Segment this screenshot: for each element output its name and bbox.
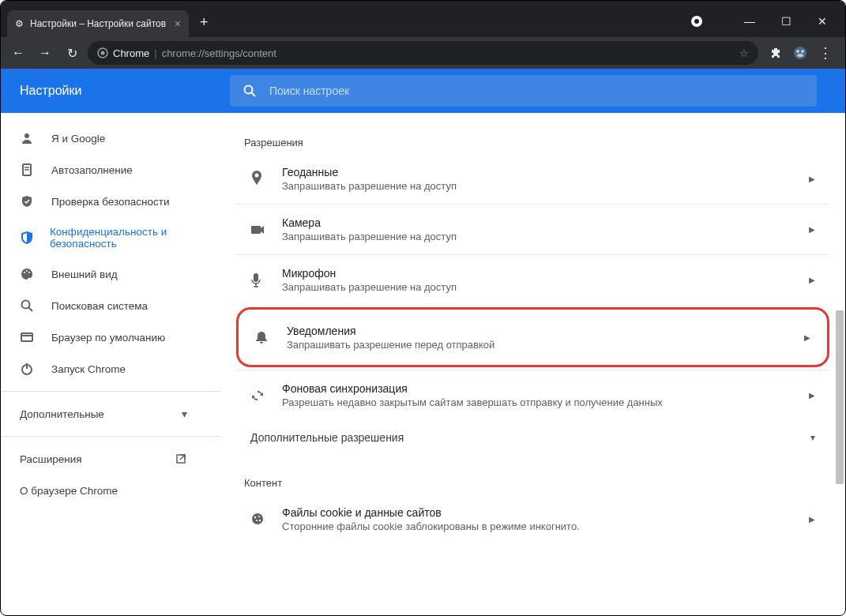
svg-line-9 — [252, 93, 256, 97]
reload-button[interactable]: ↻ — [61, 42, 83, 64]
sidebar-about[interactable]: О браузере Chrome — [1, 475, 206, 506]
sidebar-item-autofill[interactable]: Автозаполнение — [1, 154, 206, 186]
row-microphone[interactable]: Микрофон Запрашивать разрешение на досту… — [236, 254, 829, 305]
search-engine-icon — [20, 299, 36, 313]
content-title: Контент — [244, 477, 829, 489]
chevron-right-icon: ▶ — [809, 515, 815, 524]
sidebar-divider — [1, 391, 220, 392]
svg-rect-26 — [254, 273, 258, 282]
toolbar-right: ⋮ — [763, 44, 839, 62]
row-background-sync[interactable]: Фоновая синхронизация Разрешать недавно … — [236, 370, 829, 420]
sidebar-item-label: Внешний вид — [51, 269, 118, 280]
sidebar-item-startup[interactable]: Запуск Chrome — [1, 353, 206, 385]
row-subtitle: Разрешать недавно закрытым сайтам заверш… — [282, 396, 793, 408]
scrollbar-thumb[interactable] — [836, 310, 844, 484]
sidebar-advanced[interactable]: Дополнительные ▾ — [1, 398, 206, 430]
sidebar-item-label: Конфиденциальность и безопасность — [50, 226, 187, 250]
external-link-icon — [175, 453, 187, 465]
autofill-icon — [20, 163, 36, 177]
settings-title: Настройки — [1, 84, 230, 98]
sidebar-extensions-label: Расширения — [20, 453, 82, 465]
row-cookies[interactable]: Файлы cookie и данные сайтов Сторонние ф… — [236, 494, 829, 544]
profile-icon[interactable] — [690, 15, 705, 28]
address-bar[interactable]: Chrome | chrome://settings/content ☆ — [88, 41, 758, 65]
settings-sidebar: Я и Google Автозаполнение Проверка безоп… — [1, 113, 220, 616]
extension-badge-icon[interactable] — [793, 46, 807, 60]
bookmark-star-icon[interactable]: ☆ — [739, 47, 749, 59]
more-permissions[interactable]: Дополнительные разрешения ▾ — [236, 420, 829, 455]
chevron-down-icon: ▾ — [810, 432, 815, 443]
svg-point-10 — [24, 133, 29, 138]
svg-point-8 — [245, 86, 253, 94]
sidebar-item-label: Автозаполнение — [51, 164, 133, 176]
row-location[interactable]: Геоданные Запрашивать разрешение на дост… — [236, 153, 829, 204]
close-button[interactable]: ✕ — [815, 15, 829, 28]
svg-point-3 — [101, 51, 105, 55]
url-divider: | — [154, 47, 156, 59]
chevron-right-icon: ▶ — [809, 391, 815, 400]
svg-point-29 — [258, 516, 260, 517]
sidebar-item-search-engine[interactable]: Поисковая система — [1, 290, 206, 321]
sidebar-item-you-and-google[interactable]: Я и Google — [1, 122, 206, 154]
sidebar-item-safety[interactable]: Проверка безопасности — [1, 186, 206, 217]
row-camera[interactable]: Камера Запрашивать разрешение на доступ … — [236, 204, 829, 254]
sidebar-divider — [1, 436, 220, 437]
microphone-icon — [250, 272, 266, 288]
svg-line-18 — [29, 308, 33, 312]
row-subtitle: Запрашивать разрешение перед отправкой — [287, 339, 788, 351]
row-title: Геоданные — [282, 166, 793, 178]
sidebar-item-label: Поисковая система — [51, 300, 148, 312]
back-button[interactable]: ← — [7, 42, 29, 64]
cookie-icon — [250, 512, 266, 526]
svg-point-7 — [797, 54, 803, 57]
svg-point-27 — [252, 513, 263, 524]
search-input[interactable] — [269, 85, 804, 97]
svg-point-6 — [801, 50, 804, 53]
power-icon — [20, 362, 36, 376]
window-titlebar: ⚙ Настройки – Настройки сайтов × + — ☐ ✕ — [1, 1, 845, 37]
svg-point-17 — [22, 301, 30, 309]
person-icon — [20, 131, 36, 145]
url-path: chrome://settings/content — [162, 47, 276, 59]
tab-close-icon[interactable]: × — [175, 17, 181, 30]
row-subtitle: Запрашивать разрешение на доступ — [282, 180, 793, 192]
chevron-right-icon: ▶ — [809, 175, 815, 183]
row-title: Микрофон — [282, 267, 793, 280]
row-title: Уведомления — [287, 325, 788, 337]
minimize-button[interactable]: — — [743, 15, 757, 28]
chevron-right-icon: ▶ — [804, 333, 810, 342]
maximize-button[interactable]: ☐ — [779, 15, 793, 28]
chrome-icon — [97, 47, 108, 58]
svg-point-14 — [24, 272, 25, 273]
location-icon — [250, 171, 266, 186]
privacy-shield-icon — [20, 231, 34, 245]
menu-icon[interactable]: ⋮ — [818, 44, 833, 62]
svg-rect-19 — [21, 333, 32, 341]
svg-point-1 — [694, 19, 699, 24]
settings-search[interactable] — [230, 75, 817, 107]
sidebar-item-label: Проверка безопасности — [51, 196, 170, 208]
sidebar-about-label: О браузере Chrome — [20, 485, 118, 497]
svg-point-31 — [259, 520, 261, 521]
forward-button[interactable]: → — [34, 42, 56, 64]
gear-icon: ⚙ — [15, 18, 24, 29]
svg-point-15 — [26, 270, 28, 272]
bell-icon — [255, 330, 271, 344]
sidebar-item-label: Запуск Chrome — [51, 363, 126, 375]
row-title: Камера — [282, 216, 793, 229]
svg-point-4 — [794, 47, 807, 59]
browser-tab[interactable]: ⚙ Настройки – Настройки сайтов × — [7, 10, 189, 37]
svg-point-28 — [254, 516, 256, 518]
svg-point-24 — [255, 174, 259, 178]
sidebar-item-privacy[interactable]: Конфиденциальность и безопасность — [1, 217, 206, 258]
extensions-icon[interactable] — [769, 47, 782, 59]
svg-point-30 — [256, 520, 258, 521]
svg-point-5 — [796, 50, 799, 53]
new-tab-button[interactable]: + — [200, 14, 209, 31]
sidebar-advanced-label: Дополнительные — [20, 408, 104, 420]
sidebar-extensions[interactable]: Расширения — [1, 443, 206, 475]
row-notifications[interactable]: Уведомления Запрашивать разрешение перед… — [241, 312, 825, 362]
sidebar-item-default-browser[interactable]: Браузер по умолчанию — [1, 321, 206, 353]
sidebar-item-appearance[interactable]: Внешний вид — [1, 258, 206, 290]
search-icon — [243, 84, 257, 98]
